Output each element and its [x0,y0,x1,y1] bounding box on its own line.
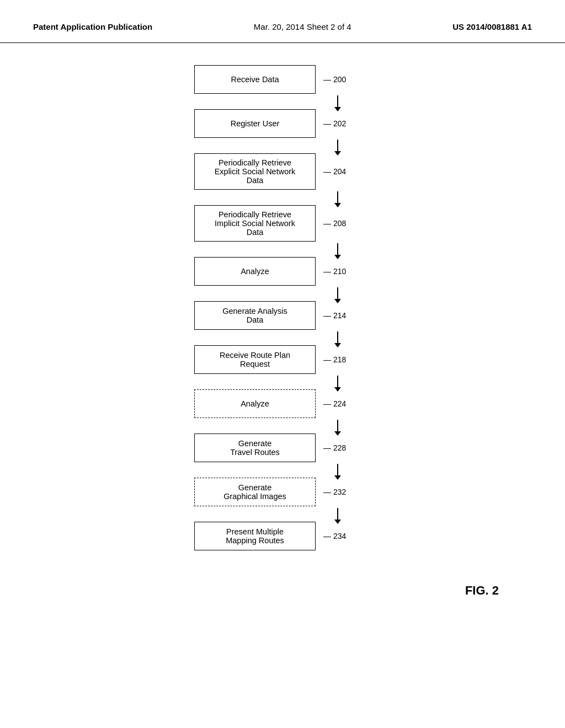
arrow-line [337,331,338,344]
flow-label-204: — 204 [323,167,346,176]
page-header: Patent Application Publication Mar. 20, … [0,0,565,43]
flow-row: Analyze— 224 [145,389,420,418]
flow-box-202: Register User [194,109,316,138]
arrow-line [337,464,338,476]
flow-row: Receive Data— 200 [145,65,420,94]
arrow-line [337,191,338,204]
arrow [145,286,420,301]
flow-row: GenerateGraphical Images— 232 [145,478,420,506]
flow-row: Receive Route PlanRequest— 218 [145,345,420,374]
flow-label-214: — 214 [323,311,346,320]
arrow-line [337,376,338,388]
flow-label-224: — 224 [323,399,346,408]
flow-box-208: Periodically RetrieveImplicit Social Net… [194,205,316,242]
patent-number: US 2014/0081881 A1 [452,22,532,31]
flow-label-208: — 208 [323,219,346,228]
flow-label-218: — 218 [323,355,346,364]
flow-row: Analyze— 210 [145,257,420,286]
publication-date-sheet: Mar. 20, 2014 Sheet 2 of 4 [254,22,351,31]
flow-box-234: Present MultipleMapping Routes [194,522,316,550]
arrow [145,330,420,345]
arrow-line [337,243,338,255]
arrow [145,418,420,433]
flow-box-204: Periodically RetrieveExplicit Social Net… [194,153,316,190]
arrow-line [337,508,338,520]
flow-label-232: — 232 [323,488,346,496]
flow-box-210: Analyze [194,257,316,286]
flow-label-202: — 202 [323,119,346,128]
flow-label-200: — 200 [323,75,346,84]
flow-row: Register User— 202 [145,109,420,138]
arrow [145,94,420,109]
arrow-line [337,420,338,432]
flow-box-232: GenerateGraphical Images [194,478,316,506]
arrow [145,506,420,522]
publication-title: Patent Application Publication [33,22,152,31]
figure-label: FIG. 2 [0,584,565,598]
flow-label-210: — 210 [323,267,346,276]
flow-box-218: Receive Route PlanRequest [194,345,316,374]
flow-row: GenerateTravel Routes— 228 [145,433,420,462]
flow-row: Periodically RetrieveExplicit Social Net… [145,153,420,190]
flow-row: Generate AnalysisData— 214 [145,301,420,330]
arrow [145,462,420,478]
flow-row: Present MultipleMapping Routes— 234 [145,522,420,550]
flow-box-224: Analyze [194,389,316,418]
arrow-line [337,140,338,152]
flow-diagram: Receive Data— 200Register User— 202Perio… [0,43,565,572]
flow-row: Periodically RetrieveImplicit Social Net… [145,205,420,242]
flow-label-228: — 228 [323,443,346,452]
arrow [145,242,420,257]
arrow [145,190,420,205]
flow-box-214: Generate AnalysisData [194,301,316,330]
arrow-line [337,95,338,108]
flow-box-200: Receive Data [194,65,316,94]
flow-box-228: GenerateTravel Routes [194,433,316,462]
flow-label-234: — 234 [323,532,346,540]
arrow-line [337,287,338,299]
arrow [145,374,420,389]
arrow [145,138,420,153]
